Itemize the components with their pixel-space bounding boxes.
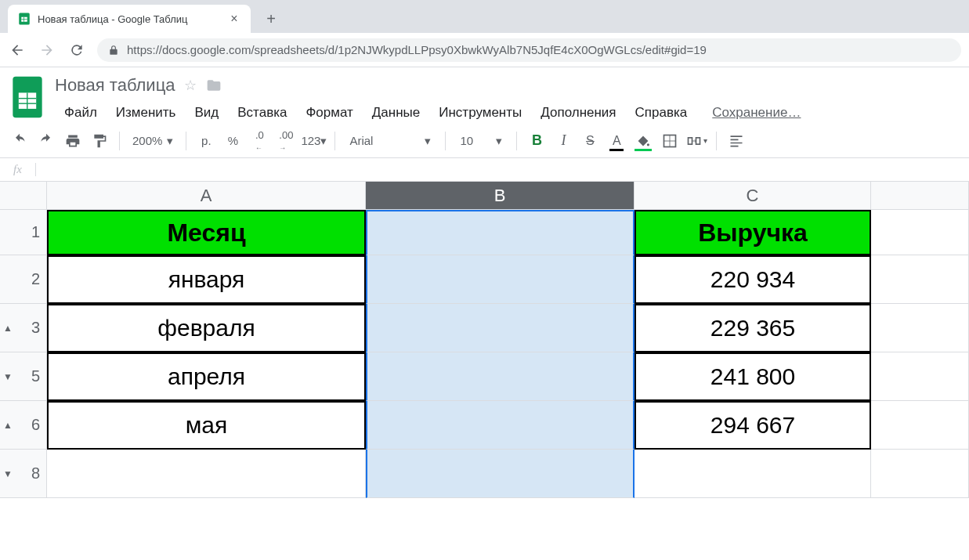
cell-b8[interactable] bbox=[366, 450, 635, 498]
sheets-favicon bbox=[17, 12, 31, 26]
strikethrough-button[interactable]: S bbox=[578, 129, 602, 153]
reload-button[interactable] bbox=[67, 41, 86, 60]
paint-format-button[interactable] bbox=[88, 129, 111, 153]
row-header-1[interactable]: 1 bbox=[0, 210, 47, 255]
formula-input[interactable] bbox=[36, 158, 969, 181]
cell-c1[interactable]: Выручка bbox=[635, 210, 871, 255]
decrease-decimal-button[interactable]: .0← bbox=[248, 129, 271, 153]
select-all-corner[interactable] bbox=[0, 182, 47, 210]
menu-tools[interactable]: Инструменты bbox=[429, 102, 531, 124]
separator bbox=[716, 132, 717, 150]
row-header-6[interactable]: ▲6 bbox=[0, 401, 47, 450]
row-header-2[interactable]: 2 bbox=[0, 255, 47, 304]
cell-a8[interactable] bbox=[47, 450, 366, 498]
cell-a3[interactable]: февраля bbox=[47, 304, 366, 352]
group-collapse-icon[interactable]: ▼ bbox=[3, 371, 13, 382]
cell-b2[interactable] bbox=[366, 255, 635, 304]
cell-a1[interactable]: Месяц bbox=[47, 210, 366, 255]
group-expand-icon[interactable]: ▲ bbox=[3, 323, 13, 334]
column-header-b[interactable]: B bbox=[366, 182, 635, 210]
browser-tab[interactable]: Новая таблица - Google Таблиц × bbox=[8, 5, 251, 33]
cell-b6[interactable] bbox=[366, 401, 635, 450]
horizontal-align-button[interactable] bbox=[725, 129, 748, 153]
star-icon[interactable]: ☆ bbox=[184, 77, 197, 94]
column-header-a[interactable]: A bbox=[47, 182, 366, 210]
back-button[interactable] bbox=[8, 41, 27, 60]
svg-rect-3 bbox=[24, 17, 24, 22]
row-header-3[interactable]: ▲3 bbox=[0, 304, 47, 352]
increase-decimal-button[interactable]: .00→ bbox=[274, 129, 298, 153]
cell-b1[interactable] bbox=[366, 210, 635, 255]
sheets-header: Новая таблица ☆ Файл Изменить Вид Вставк… bbox=[0, 67, 969, 124]
menu-edit[interactable]: Изменить bbox=[107, 102, 186, 124]
cell-c2[interactable]: 220 934 bbox=[635, 255, 871, 304]
font-size-dropdown[interactable]: 10▾ bbox=[454, 134, 508, 148]
undo-button[interactable] bbox=[8, 129, 31, 153]
font-dropdown[interactable]: Arial▾ bbox=[343, 134, 437, 148]
saving-status: Сохранение… bbox=[712, 105, 801, 121]
redo-button[interactable] bbox=[34, 129, 58, 153]
chevron-down-icon: ▾ bbox=[167, 134, 173, 148]
cell-d3[interactable] bbox=[871, 304, 969, 352]
document-title[interactable]: Новая таблица bbox=[55, 75, 175, 96]
title-row: Новая таблица ☆ bbox=[55, 74, 961, 97]
merge-cells-button[interactable]: ▾ bbox=[685, 129, 708, 153]
zoom-value: 200% bbox=[132, 134, 162, 147]
zoom-dropdown[interactable]: 200%▾ bbox=[128, 134, 178, 148]
table-row: 1 Месяц Выручка bbox=[0, 210, 969, 255]
sheets-logo[interactable] bbox=[8, 74, 47, 121]
svg-rect-12 bbox=[688, 137, 692, 143]
font-name: Arial bbox=[349, 134, 373, 147]
cell-d5[interactable] bbox=[871, 352, 969, 401]
menu-addons[interactable]: Дополнения bbox=[531, 102, 625, 124]
chevron-down-icon: ▾ bbox=[703, 136, 707, 145]
column-header-c[interactable]: C bbox=[635, 182, 871, 210]
group-collapse-icon[interactable]: ▼ bbox=[3, 468, 13, 479]
cell-b5[interactable] bbox=[366, 352, 635, 401]
more-formats-button[interactable]: 123▾ bbox=[301, 129, 327, 153]
cell-b3[interactable] bbox=[366, 304, 635, 352]
fill-color-button[interactable] bbox=[631, 129, 655, 153]
row-header-8[interactable]: ▼8 bbox=[0, 450, 47, 498]
borders-button[interactable] bbox=[658, 129, 682, 153]
chevron-down-icon: ▾ bbox=[496, 134, 502, 148]
separator bbox=[119, 132, 120, 150]
print-button[interactable] bbox=[61, 129, 85, 153]
cell-c8[interactable] bbox=[635, 450, 871, 498]
menu-view[interactable]: Вид bbox=[185, 102, 228, 124]
cell-a2[interactable]: января bbox=[47, 255, 366, 304]
italic-button[interactable]: I bbox=[551, 129, 575, 153]
forward-button[interactable] bbox=[38, 41, 56, 60]
percent-button[interactable]: % bbox=[221, 129, 244, 153]
group-expand-icon[interactable]: ▲ bbox=[3, 420, 13, 431]
cell-c6[interactable]: 294 667 bbox=[635, 401, 871, 450]
url-box[interactable]: https://docs.google.com/spreadsheets/d/1… bbox=[97, 38, 961, 62]
cell-a6[interactable]: мая bbox=[47, 401, 366, 450]
chevron-down-icon: ▾ bbox=[425, 134, 431, 148]
new-tab-button[interactable]: + bbox=[260, 8, 282, 30]
more-formats-label: 123 bbox=[301, 134, 320, 147]
menu-format[interactable]: Формат bbox=[296, 102, 362, 124]
menu-data[interactable]: Данные bbox=[363, 102, 429, 124]
cell-d8[interactable] bbox=[871, 450, 969, 498]
cell-d2[interactable] bbox=[871, 255, 969, 304]
text-color-button[interactable]: A bbox=[605, 129, 628, 153]
row-header-5[interactable]: ▼5 bbox=[0, 352, 47, 401]
tab-close-icon[interactable]: × bbox=[227, 12, 241, 26]
cell-d6[interactable] bbox=[871, 401, 969, 450]
folder-icon[interactable] bbox=[206, 78, 222, 93]
formula-bar: fx bbox=[0, 158, 969, 182]
column-header-d[interactable] bbox=[871, 182, 969, 210]
cell-c5[interactable]: 241 800 bbox=[635, 352, 871, 401]
tab-title: Новая таблица - Google Таблиц bbox=[38, 13, 221, 25]
bold-button[interactable]: B bbox=[525, 129, 548, 153]
menu-help[interactable]: Справка bbox=[626, 102, 697, 124]
currency-button[interactable]: р. bbox=[194, 129, 218, 153]
font-size-value: 10 bbox=[460, 134, 473, 147]
separator bbox=[445, 132, 446, 150]
menu-insert[interactable]: Вставка bbox=[228, 102, 296, 124]
cell-a5[interactable]: апреля bbox=[47, 352, 366, 401]
cell-d1[interactable] bbox=[871, 210, 969, 255]
cell-c3[interactable]: 229 365 bbox=[635, 304, 871, 352]
menu-file[interactable]: Файл bbox=[55, 102, 107, 124]
